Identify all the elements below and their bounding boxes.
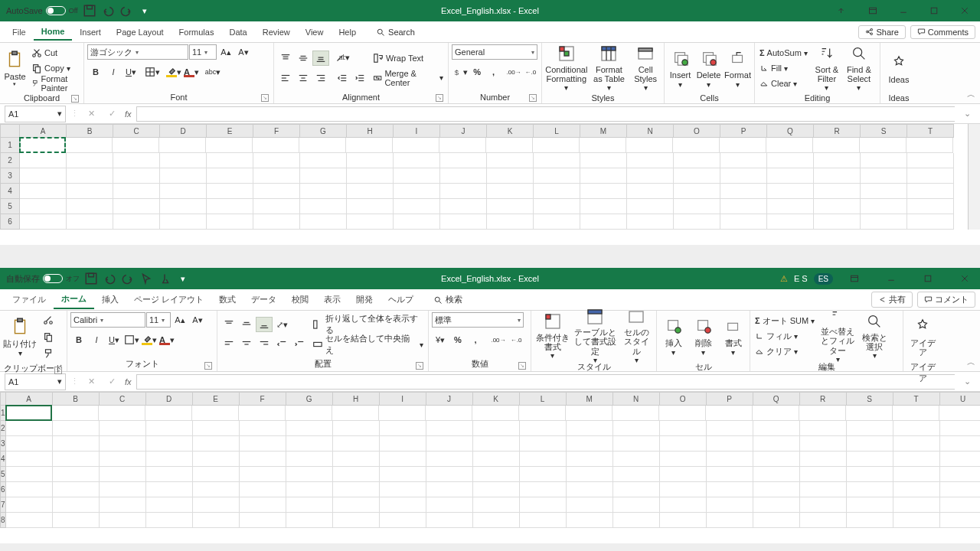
underline-icon[interactable]: U▾ <box>106 332 122 347</box>
cell[interactable] <box>160 214 207 230</box>
format-as-table-button[interactable]: テーブルとして書式設定▾ <box>574 312 617 360</box>
cell[interactable] <box>673 138 720 153</box>
ideas-button[interactable]: アイデア <box>906 312 939 360</box>
customize-qat-icon[interactable]: ▾ <box>176 272 190 285</box>
select-all-corner[interactable] <box>0 392 6 406</box>
cell[interactable] <box>299 138 346 153</box>
cell[interactable] <box>53 513 100 528</box>
col-header[interactable]: N <box>613 392 660 406</box>
cell[interactable] <box>567 513 613 528</box>
conditional-formatting-button[interactable]: 条件付き書式▾ <box>534 312 571 360</box>
cell[interactable] <box>520 513 567 528</box>
cell[interactable] <box>534 199 580 214</box>
col-header[interactable]: A <box>20 124 67 138</box>
cell[interactable] <box>613 513 660 528</box>
cell[interactable] <box>146 497 193 513</box>
cell[interactable] <box>907 168 954 184</box>
cell[interactable] <box>612 406 659 421</box>
cell[interactable] <box>567 436 613 452</box>
cell[interactable] <box>207 214 253 230</box>
cell[interactable] <box>193 467 240 482</box>
cell[interactable] <box>333 421 380 436</box>
dialog-launcher-icon[interactable]: ↘ <box>261 94 269 102</box>
cell[interactable] <box>800 436 847 452</box>
cell[interactable] <box>253 214 300 230</box>
accounting-format-icon[interactable]: $▾ <box>452 64 469 80</box>
fill-button[interactable]: フィル ▾ <box>753 329 816 343</box>
row-header[interactable]: 6 <box>0 482 6 497</box>
cell[interactable] <box>346 138 393 153</box>
cell[interactable] <box>660 467 707 482</box>
cell[interactable] <box>487 214 534 230</box>
cell[interactable] <box>300 214 347 230</box>
align-left-icon[interactable] <box>277 70 294 86</box>
cell[interactable] <box>814 199 861 214</box>
cell[interactable] <box>426 436 473 452</box>
cell[interactable] <box>660 421 707 436</box>
cell[interactable] <box>567 467 613 482</box>
cell[interactable] <box>146 452 193 467</box>
cell[interactable] <box>100 513 146 528</box>
col-header[interactable]: G <box>286 392 333 406</box>
insert-cells-button[interactable]: Insert▾ <box>668 44 693 92</box>
cell[interactable] <box>100 421 146 436</box>
cell[interactable] <box>394 199 440 214</box>
cell[interactable] <box>473 452 520 467</box>
align-center-icon[interactable] <box>295 70 312 86</box>
tab-home[interactable]: ホーム <box>54 290 94 309</box>
cell[interactable] <box>300 199 347 214</box>
cell[interactable] <box>240 513 286 528</box>
comments-button[interactable]: コメント <box>917 292 975 308</box>
cell[interactable] <box>20 184 67 199</box>
col-header[interactable]: N <box>627 124 674 138</box>
increase-font-icon[interactable]: A▴ <box>217 44 234 60</box>
col-header[interactable]: T <box>893 392 940 406</box>
col-header[interactable]: R <box>800 392 847 406</box>
align-top-icon[interactable] <box>277 51 294 66</box>
cell[interactable] <box>333 513 380 528</box>
align-bottom-icon[interactable] <box>312 51 329 66</box>
cell[interactable] <box>253 168 300 184</box>
font-name-combo[interactable]: Calibri▾ <box>70 312 145 328</box>
number-format-combo[interactable]: 標準▾ <box>432 312 524 328</box>
cell[interactable] <box>473 482 520 497</box>
cell[interactable] <box>627 199 674 214</box>
enter-formula-icon[interactable]: ✓ <box>104 109 120 119</box>
row-header[interactable]: 7 <box>0 497 6 513</box>
cell[interactable] <box>426 497 473 513</box>
cell[interactable] <box>193 497 240 513</box>
cell[interactable] <box>347 184 394 199</box>
cell[interactable] <box>893 467 940 482</box>
format-painter-button[interactable]: Format Painter <box>30 77 80 90</box>
col-header[interactable]: M <box>580 124 627 138</box>
cell[interactable] <box>473 421 520 436</box>
increase-font-icon[interactable]: A▴ <box>172 312 188 328</box>
cell[interactable] <box>380 497 426 513</box>
col-header[interactable]: O <box>674 124 720 138</box>
cell[interactable] <box>613 482 660 497</box>
cell[interactable] <box>100 467 146 482</box>
italic-icon[interactable]: I <box>105 64 122 80</box>
cell[interactable] <box>533 138 580 153</box>
cell[interactable] <box>520 482 567 497</box>
col-header[interactable]: H <box>333 392 380 406</box>
minimize-icon[interactable] <box>888 0 919 21</box>
cell[interactable] <box>99 406 145 421</box>
format-cells-button[interactable]: Format▾ <box>724 44 751 92</box>
clear-button[interactable]: Clear ▾ <box>758 77 809 90</box>
share-button[interactable]: Share <box>858 25 905 39</box>
cell[interactable] <box>113 168 160 184</box>
cell[interactable] <box>426 513 473 528</box>
col-header[interactable]: B <box>53 392 100 406</box>
cell[interactable] <box>767 168 814 184</box>
tab-developer[interactable]: 開発 <box>348 291 381 308</box>
decrease-decimal-icon[interactable]: ←.0 <box>508 332 524 347</box>
redo-icon[interactable] <box>119 4 133 18</box>
cell[interactable] <box>767 214 814 230</box>
cell[interactable] <box>67 214 113 230</box>
bold-icon[interactable]: B <box>70 332 87 347</box>
cell[interactable] <box>426 452 473 467</box>
tab-insert[interactable]: Insert <box>72 24 109 40</box>
cell[interactable] <box>193 513 240 528</box>
cell[interactable] <box>627 184 674 199</box>
